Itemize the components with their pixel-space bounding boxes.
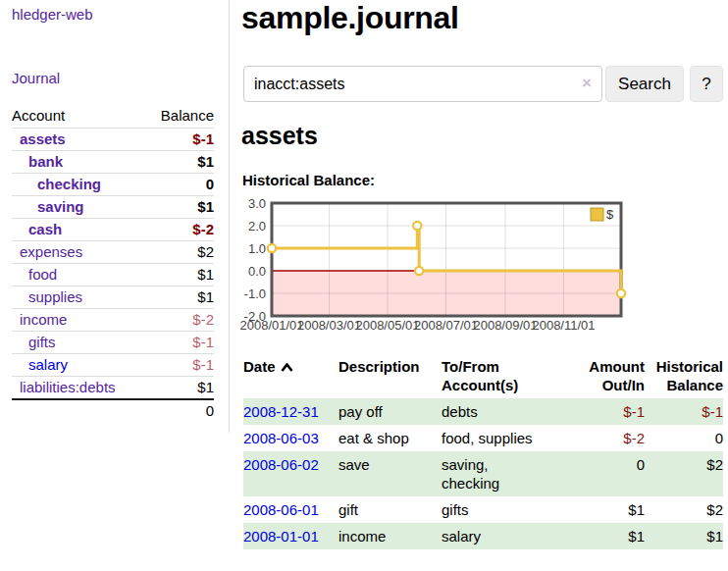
register-balance-cell: $1 — [645, 523, 723, 549]
register-header-row: Date Description To/From Account(s) Amou… — [243, 353, 723, 398]
account-name-cell: food — [12, 264, 137, 286]
register-header-description: Description — [338, 353, 442, 398]
legend-swatch — [591, 208, 603, 221]
transaction-date-link[interactable]: 2008-06-01 — [243, 501, 319, 518]
account-balance: $-1 — [137, 332, 214, 354]
account-name-cell: saving — [12, 196, 137, 219]
register-date-cell: 2008-12-31 — [243, 398, 338, 425]
account-link[interactable]: bank — [28, 153, 63, 170]
register-header-balance: Historical Balance — [645, 353, 723, 398]
account-balance: $1 — [137, 196, 214, 219]
register-account-cell: salary — [442, 523, 554, 549]
account-balance: $-2 — [137, 219, 214, 241]
account-name-cell: gifts — [12, 332, 137, 354]
account-link[interactable]: food — [28, 266, 57, 283]
journal-link[interactable]: Journal — [12, 70, 60, 86]
transaction-date-link[interactable]: 2008-01-01 — [243, 528, 319, 545]
account-row: gifts$-1 — [12, 332, 214, 354]
account-balance: $2 — [137, 241, 214, 264]
register-date-cell: 2008-01-01 — [243, 523, 338, 549]
historical-balance-chart: 3.02.01.00.0-1.0-2.02008/01/012008/03/01… — [240, 194, 643, 341]
help-button[interactable]: ? — [690, 66, 723, 102]
register-balance-cell: $2 — [645, 496, 723, 523]
register-amount-cell: 0 — [554, 451, 645, 496]
register-account-cell: food, supplies — [442, 425, 554, 451]
accounts-total-row: 0 — [12, 399, 214, 422]
account-link[interactable]: gifts — [28, 334, 56, 350]
account-link[interactable]: checking — [37, 176, 101, 192]
account-link[interactable]: income — [20, 311, 67, 328]
register-date-cell: 2008-06-02 — [243, 451, 338, 496]
account-name-cell: salary — [12, 354, 137, 377]
transaction-date-link[interactable]: 2008-06-02 — [243, 456, 319, 473]
y-tick-label: 3.0 — [248, 196, 266, 211]
register-table: Date Description To/From Account(s) Amou… — [243, 353, 723, 549]
register-account-cell: debts — [442, 398, 554, 425]
register-header-account: To/From Account(s) — [442, 353, 554, 398]
register-row: 2008-06-03eat & shopfood, supplies$-20 — [243, 425, 723, 451]
account-row: liabilities:debts$1 — [12, 377, 214, 400]
register-account-cell: saving, checking — [442, 451, 554, 496]
account-row: expenses$2 — [12, 241, 214, 264]
account-row: income$-2 — [12, 309, 214, 332]
x-tick-label: 2008/07/01 — [414, 318, 478, 333]
transaction-date-link[interactable]: 2008-12-31 — [243, 403, 319, 420]
register-amount-cell: $1 — [554, 496, 645, 523]
x-tick-label: 2008/03/01 — [297, 318, 361, 333]
accounts-total-balance: 0 — [137, 399, 214, 422]
register-description-cell: gift — [338, 496, 442, 523]
register-description-cell: pay off — [338, 398, 442, 425]
register-header-date-label: Date — [243, 358, 276, 375]
account-balance: 0 — [137, 174, 214, 196]
account-link[interactable]: liabilities:debts — [20, 379, 116, 395]
register-date-cell: 2008-06-01 — [243, 496, 338, 523]
register-body: 2008-12-31pay offdebts$-1$-12008-06-03ea… — [243, 398, 723, 549]
data-point-marker — [268, 244, 276, 252]
hledger-web-page: hledger-web Journal Account Balance asse… — [0, 0, 728, 571]
sort-by-date-link[interactable]: Date — [243, 358, 293, 375]
sidebar-divider — [229, 0, 230, 433]
account-balance: $1 — [137, 151, 214, 174]
register-balance-cell: $-1 — [645, 398, 723, 425]
legend-label: $ — [606, 207, 614, 222]
account-link[interactable]: salary — [28, 356, 68, 373]
account-link[interactable]: expenses — [20, 243, 82, 260]
clear-search-icon[interactable]: × — [582, 75, 592, 91]
accounts-header-account: Account — [12, 104, 137, 129]
sort-ascending-icon — [281, 363, 293, 372]
account-row: food$1 — [12, 264, 214, 286]
account-name-cell: bank — [12, 151, 137, 174]
register-description-cell: income — [338, 523, 442, 549]
data-point-marker — [415, 267, 423, 275]
accounts-header-balance: Balance — [137, 104, 214, 129]
brand-link[interactable]: hledger-web — [12, 6, 93, 23]
account-name-cell: liabilities:debts — [12, 377, 137, 400]
account-row: salary$-1 — [12, 354, 214, 377]
accounts-header-row: Account Balance — [12, 104, 214, 129]
search-button[interactable]: Search — [605, 66, 684, 102]
account-link[interactable]: assets — [20, 130, 66, 147]
account-link[interactable]: supplies — [28, 288, 82, 305]
account-name-cell: cash — [12, 219, 137, 241]
account-name-cell: income — [12, 309, 137, 332]
register-header-date: Date — [243, 353, 338, 398]
transaction-date-link[interactable]: 2008-06-03 — [243, 430, 319, 446]
register-description-cell: save — [338, 451, 442, 496]
accounts-total-spacer — [12, 399, 137, 422]
register-header-amount: Amount Out/In — [554, 353, 645, 398]
data-point-marker — [617, 289, 625, 297]
account-link[interactable]: saving — [37, 198, 84, 215]
x-tick-label: 2008/05/01 — [355, 318, 419, 333]
account-row: bank$1 — [12, 151, 214, 174]
y-tick-label: 0.0 — [248, 264, 266, 279]
register-amount-cell: $-2 — [554, 425, 645, 451]
account-name-cell: assets — [12, 129, 137, 151]
account-heading: assets — [241, 122, 318, 150]
register-row: 2008-06-02savesaving, checking0$2 — [243, 451, 723, 496]
account-balance: $1 — [137, 264, 214, 286]
y-tick-label: 1.0 — [248, 241, 266, 256]
chart-title: Historical Balance: — [242, 172, 375, 188]
account-link[interactable]: cash — [28, 221, 62, 237]
account-row: checking0 — [12, 174, 214, 196]
search-input[interactable] — [243, 66, 602, 102]
